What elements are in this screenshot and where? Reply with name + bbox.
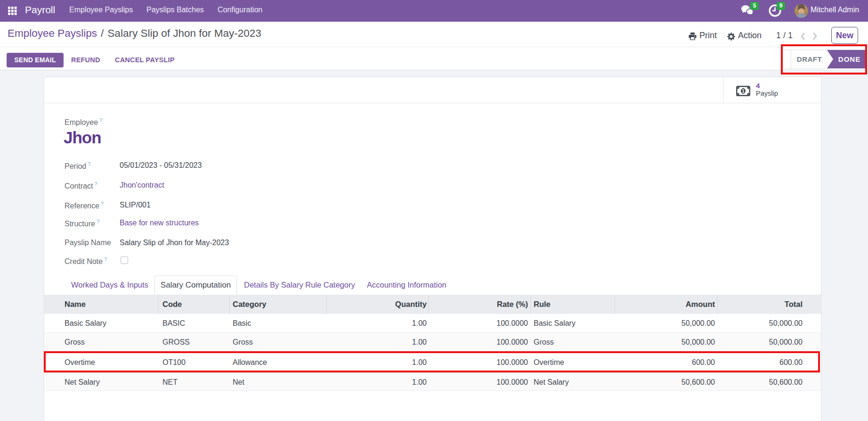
svg-text:1: 1: [742, 88, 745, 94]
